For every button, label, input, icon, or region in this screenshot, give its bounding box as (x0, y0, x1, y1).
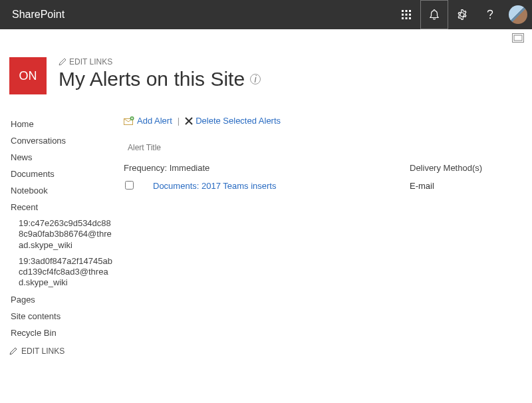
page-title-text: My Alerts on this Site (59, 68, 245, 90)
nav-subitem[interactable]: 19:3ad0f847a2f14745abcd139cf4fc8ad3@thre… (9, 253, 116, 291)
page-header: ON EDIT LINKS My Alerts on this Site i (0, 48, 532, 98)
svg-rect-6 (402, 17, 404, 19)
svg-rect-8 (409, 17, 411, 19)
nav-item-pages[interactable]: Pages (9, 291, 116, 308)
alert-row: Documents: 2017 Teams inserts E-mail (124, 181, 523, 192)
nav-item-home[interactable]: Home (9, 116, 116, 132)
focus-icon (512, 33, 524, 43)
pencil-icon (9, 347, 17, 355)
avatar-icon (509, 5, 527, 24)
content-area: Home Conversations News Documents Notebo… (0, 98, 532, 356)
svg-point-9 (489, 17, 491, 19)
site-logo[interactable]: ON (9, 57, 47, 94)
edit-links-top[interactable]: EDIT LINKS (59, 57, 523, 67)
user-avatar[interactable] (504, 0, 532, 29)
brand-label: SharePoint (0, 9, 392, 21)
nav-subitem[interactable]: 19:c47e263c9d534dc888c9a0fab3b86764@thre… (9, 215, 116, 253)
svg-rect-7 (406, 17, 408, 19)
settings-button[interactable] (448, 0, 476, 29)
main-panel: Add Alert | Delete Selected Alerts Alert… (121, 98, 523, 356)
nav-item-documents[interactable]: Documents (9, 166, 116, 182)
alert-name-link[interactable]: Documents: 2017 Teams inserts (145, 181, 276, 191)
nav-item-recycle-bin[interactable]: Recycle Bin (9, 325, 116, 341)
frequency-label: Frequency: Immediate (124, 163, 410, 173)
alerts-toolbar: Add Alert | Delete Selected Alerts (124, 116, 523, 126)
app-launcher-button[interactable] (392, 0, 420, 29)
nav-item-news[interactable]: News (9, 149, 116, 166)
nav-item-conversations[interactable]: Conversations (9, 132, 116, 149)
frequency-row: Frequency: Immediate Delivery Method(s) (124, 163, 523, 173)
svg-rect-4 (406, 14, 408, 16)
alert-delivery-method: E-mail (410, 181, 523, 191)
delete-selected-link[interactable]: Delete Selected Alerts (196, 116, 281, 126)
nav-item-recent[interactable]: Recent (9, 199, 116, 215)
pencil-icon (59, 58, 66, 66)
svg-rect-1 (406, 10, 408, 12)
nav-item-notebook[interactable]: Notebook (9, 182, 116, 199)
gear-icon (456, 9, 468, 21)
edit-links-bottom-label: EDIT LINKS (21, 346, 65, 356)
svg-rect-5 (409, 14, 411, 16)
delete-alert-icon (185, 117, 193, 125)
page-title: My Alerts on this Site i (59, 68, 523, 90)
question-icon (485, 9, 495, 21)
svg-rect-11 (514, 35, 522, 41)
suite-bar: SharePoint (0, 0, 532, 29)
add-alert-link[interactable]: Add Alert (137, 116, 172, 126)
notifications-button[interactable] (420, 0, 448, 29)
edit-links-label: EDIT LINKS (69, 57, 112, 67)
toolbar-separator: | (178, 116, 180, 126)
delivery-method-header: Delivery Method(s) (410, 163, 523, 173)
subheader (0, 29, 532, 48)
edit-links-bottom[interactable]: EDIT LINKS (9, 346, 116, 356)
bell-icon (429, 9, 440, 21)
svg-rect-2 (409, 10, 411, 12)
info-icon[interactable]: i (250, 74, 261, 84)
alert-row-checkbox[interactable] (125, 181, 134, 190)
suite-bar-actions (392, 0, 532, 29)
add-alert-icon (124, 116, 134, 126)
svg-rect-0 (402, 10, 404, 12)
nav-item-site-contents[interactable]: Site contents (9, 308, 116, 325)
focus-content-button[interactable] (512, 33, 524, 45)
svg-rect-3 (402, 14, 404, 16)
help-button[interactable] (476, 0, 504, 29)
waffle-icon (401, 9, 412, 20)
alert-title-header: Alert Title (124, 140, 523, 155)
left-nav: Home Conversations News Documents Notebo… (9, 98, 121, 356)
